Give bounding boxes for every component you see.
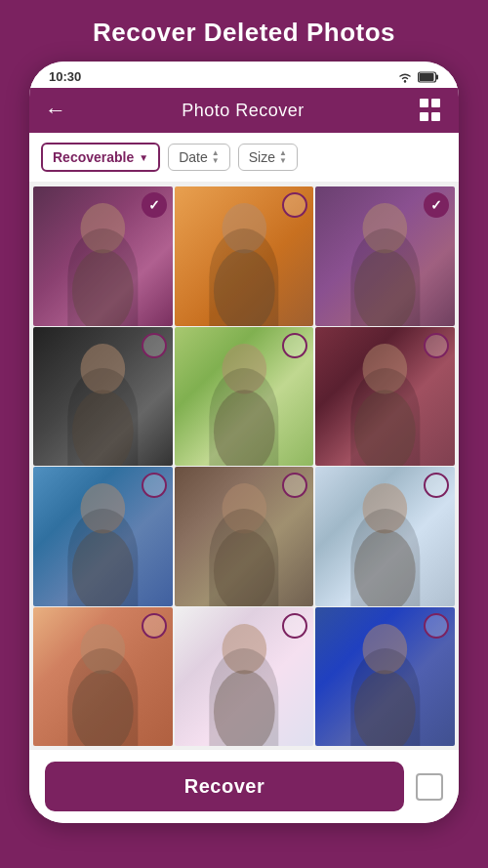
svg-point-19 [214, 529, 275, 605]
back-button[interactable]: ← [45, 98, 66, 123]
svg-point-26 [363, 624, 408, 674]
photo-cell-8[interactable] [175, 467, 314, 606]
grid-dot-3 [420, 112, 428, 121]
svg-point-0 [404, 80, 406, 82]
svg-point-11 [72, 390, 134, 466]
svg-point-27 [354, 670, 416, 746]
svg-point-23 [72, 670, 134, 746]
svg-point-14 [363, 344, 408, 393]
svg-point-6 [222, 203, 266, 253]
grid-dot-1 [420, 99, 428, 107]
size-sort-arrows: ▲▼ [279, 149, 287, 165]
photo-cell-10[interactable] [33, 607, 173, 747]
svg-point-13 [214, 390, 275, 466]
svg-point-5 [72, 249, 134, 325]
status-icons [397, 71, 439, 83]
date-sort-button[interactable]: Date ▲▼ [168, 144, 230, 171]
svg-point-12 [222, 344, 266, 393]
grid-view-button[interactable] [420, 99, 443, 122]
nav-bar: ← Photo Recover [29, 88, 459, 133]
photo-check-9[interactable] [424, 473, 449, 498]
recover-button[interactable]: Recover [45, 762, 404, 811]
recoverable-arrow: ▼ [139, 152, 148, 163]
svg-point-17 [72, 529, 134, 605]
svg-point-22 [81, 624, 126, 674]
page-title: Recover Deleted Photos [73, 0, 415, 62]
battery-icon [418, 71, 439, 83]
photo-cell-2[interactable] [175, 186, 314, 326]
photo-check-3[interactable]: ✓ [424, 192, 449, 218]
photo-check-5[interactable] [282, 333, 307, 358]
photo-cell-12[interactable] [315, 607, 455, 747]
status-bar: 10:30 [29, 62, 459, 88]
svg-point-10 [81, 344, 126, 393]
photo-cell-1[interactable]: ✓ [33, 186, 173, 326]
svg-point-16 [81, 483, 126, 533]
date-sort-arrows: ▲▼ [212, 149, 220, 165]
recoverable-label: Recoverable [53, 149, 134, 165]
grid-dot-2 [431, 99, 440, 107]
svg-point-8 [363, 203, 408, 253]
size-label: Size [249, 149, 275, 165]
photo-check-7[interactable] [142, 473, 167, 498]
photo-check-10[interactable] [142, 613, 167, 639]
svg-point-7 [214, 249, 275, 325]
photo-check-4[interactable] [142, 333, 167, 358]
filter-bar: Recoverable ▼ Date ▲▼ Size ▲▼ [29, 133, 459, 183]
bottom-bar: Recover [29, 749, 459, 823]
photo-grid: ✓✓ [29, 183, 459, 749]
photo-cell-3[interactable]: ✓ [315, 186, 455, 326]
photo-cell-5[interactable] [175, 327, 314, 467]
photo-cell-9[interactable] [315, 467, 455, 606]
svg-point-24 [222, 624, 266, 674]
svg-point-15 [354, 390, 416, 466]
svg-point-4 [81, 203, 126, 253]
photo-cell-11[interactable] [175, 607, 314, 747]
svg-point-9 [354, 249, 416, 325]
select-all-checkbox[interactable] [416, 773, 443, 801]
photo-check-1[interactable]: ✓ [142, 192, 167, 218]
photo-check-12[interactable] [424, 613, 449, 639]
status-time: 10:30 [49, 69, 81, 84]
photo-check-11[interactable] [282, 613, 307, 639]
svg-point-25 [214, 670, 275, 746]
photo-cell-4[interactable] [33, 327, 173, 467]
svg-rect-3 [420, 73, 434, 81]
svg-point-21 [354, 529, 416, 605]
grid-dot-4 [431, 112, 440, 121]
phone-frame: 10:30 ← Photo Recover [29, 62, 459, 823]
photo-cell-7[interactable] [33, 467, 173, 606]
photo-cell-6[interactable] [315, 327, 455, 467]
recoverable-filter-button[interactable]: Recoverable ▼ [41, 143, 160, 172]
svg-point-20 [363, 483, 408, 533]
wifi-icon [397, 71, 413, 83]
svg-point-18 [222, 483, 266, 533]
date-label: Date [179, 149, 208, 165]
photo-check-6[interactable] [424, 333, 449, 358]
svg-rect-2 [436, 74, 439, 79]
nav-title: Photo Recover [182, 101, 305, 121]
size-sort-button[interactable]: Size ▲▼ [238, 144, 298, 171]
